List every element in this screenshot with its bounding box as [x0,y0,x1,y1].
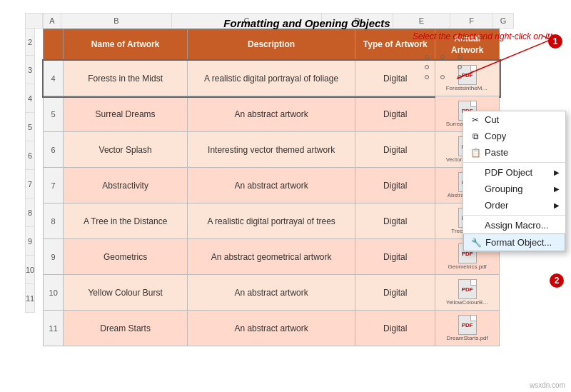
artwork-name: Yellow Colour Burst [64,275,188,311]
col-header-blank [44,29,64,61]
artwork-description: An abstract artwork [187,96,355,132]
watermark: wsxdn.com [530,381,565,389]
context-menu-label: Format Object... [485,237,552,248]
context-menu-item-copy[interactable]: ⧉Copy [463,128,565,144]
artwork-type: Digital [355,61,435,96]
artwork-name: Dream Starts [64,311,188,346]
artwork-description: An abstract artwork [187,311,355,346]
row-2: 2 [25,29,35,56]
row-num-cell: 6 [44,132,64,168]
artwork-type: Digital [355,203,435,239]
badge-1: 1 [548,34,562,49]
context-menu-label: PDF Object [485,167,532,178]
context-menu-item-pdf-object[interactable]: PDF Object▶ [463,164,565,181]
context-menu-divider [463,162,565,163]
context-menu-label: Paste [485,147,508,158]
context-menu[interactable]: ✂Cut⧉Copy📋PastePDF Object▶Grouping▶Order… [463,111,566,252]
context-menu-item-order[interactable]: Order▶ [463,197,565,213]
table-row: 9GeometricsAn abstract geometrical artwo… [44,239,500,275]
row-3: 3 [25,56,35,84]
annotation-text: Select the object and right-click on it [413,31,550,41]
pdf-icon[interactable]: PDFForestsintheMidst.pdf [446,65,489,91]
table-row: 8A Tree in the DistanceA realistic digit… [44,203,500,239]
artwork-file[interactable]: PDFForestsintheMidst.pdf [435,61,500,96]
context-menu-divider [463,215,565,216]
row-num-cell: 8 [44,203,64,239]
table-row: 7AbstractivityAn abstract artworkDigital… [44,168,500,203]
context-menu-item-grouping[interactable]: Grouping▶ [463,181,565,197]
artwork-type: Digital [355,96,435,132]
col-header-desc: Description [187,29,355,61]
artwork-name: Forests in the Midst [64,61,188,96]
context-menu-item-assign-macro[interactable]: Assign Macro... [463,217,565,233]
artwork-name: Abstractivity [64,168,188,203]
row-10: 10 [25,256,35,284]
artwork-description: A realistic digital portrayal of foliage [187,61,355,96]
badge-2: 2 [550,273,564,288]
artwork-type: Digital [355,239,435,275]
artwork-description: A realistic digital portrayal of trees [187,203,355,239]
row-8: 8 [25,198,35,227]
artwork-file[interactable]: PDFYellowColourBurst.pdf [435,275,500,311]
artwork-description: An abstract geometrical artwork [187,239,355,275]
artwork-name: A Tree in the Distance [64,203,188,239]
row-num-cell: 4 [44,61,64,96]
context-menu-label: Assign Macro... [485,220,549,231]
context-menu-label: Copy [485,131,506,141]
context-menu-label: Cut [485,114,499,125]
format-object-icon: 🔧 [470,238,482,248]
row-11: 11 [25,284,35,313]
submenu-arrow: ▶ [554,185,560,193]
artwork-file[interactable]: PDFDreamStarts.pdf [435,311,500,346]
col-header-name: Name of Artwork [64,29,188,61]
artwork-name: Surreal Dreams [64,96,188,132]
row-num-cell: 9 [44,239,64,275]
row-numbers: 2 3 4 5 6 7 8 9 10 11 [25,29,35,313]
submenu-arrow: ▶ [554,169,560,176]
artwork-type: Digital [355,311,435,346]
artwork-name: Vector Splash [64,132,188,168]
table-row: 4Forests in the MidstA realistic digital… [44,61,500,96]
artwork-type: Digital [355,168,435,203]
row-num-cell: 5 [44,96,64,132]
context-menu-item-format-object[interactable]: 🔧Format Object... [463,233,565,251]
table-row: 6Vector SplashInteresting vector themed … [44,132,500,168]
copy-icon: ⧉ [469,131,482,141]
artwork-description: Interesting vector themed artwork [187,132,355,168]
context-menu-item-cut[interactable]: ✂Cut [463,111,565,128]
table-row: 10Yellow Colour BurstAn abstract artwork… [44,275,500,311]
corner-cell [25,13,43,29]
context-menu-label: Order [485,200,508,211]
artwork-description: An abstract artwork [187,275,355,311]
artwork-table: Name of Artwork Description Type of Artw… [43,29,500,346]
context-menu-item-paste[interactable]: 📋Paste [463,144,565,161]
artwork-name: Geometrics [64,239,188,275]
row-6: 6 [25,141,35,170]
sheet-title: Formatting and Opening Objects [43,17,571,29]
submenu-arrow: ▶ [554,201,560,209]
row-4: 4 [25,84,35,113]
row-7: 7 [25,170,35,198]
table-row: 11Dream StartsAn abstract artworkDigital… [44,311,500,346]
spreadsheet: A B C D E F G 2 3 4 5 6 7 8 9 10 11 Form… [0,0,571,392]
artwork-type: Digital [355,132,435,168]
row-num-cell: 7 [44,168,64,203]
pdf-icon[interactable]: PDFDreamStarts.pdf [447,315,488,341]
row-num-cell: 11 [44,311,64,346]
artwork-type: Digital [355,275,435,311]
row-5: 5 [25,113,35,141]
paste-icon: 📋 [469,148,482,158]
cut-icon: ✂ [469,115,482,125]
artwork-description: An abstract artwork [187,168,355,203]
table-row: 5Surreal DreamsAn abstract artworkDigita… [44,96,500,132]
row-9: 9 [25,227,35,256]
row-num-cell: 10 [44,275,64,311]
pdf-icon[interactable]: PDFYellowColourBurst.pdf [446,279,489,306]
context-menu-label: Grouping [485,184,522,194]
